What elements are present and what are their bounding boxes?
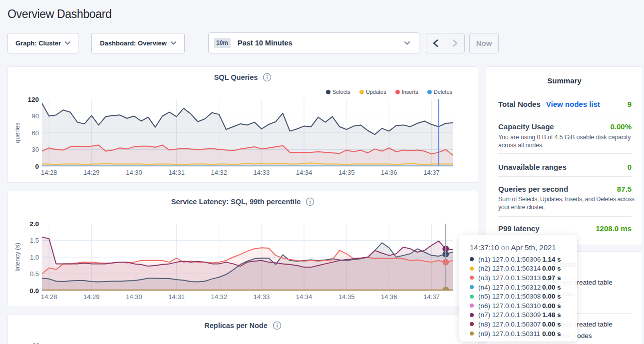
chevron-left-icon xyxy=(433,39,438,47)
tooltip-node-value: 1.14 s xyxy=(542,256,561,263)
x-tick-label: 14:34 xyxy=(296,293,313,301)
service-latency-chart-card: Service Latency: SQL, 99th percentile 0.… xyxy=(7,191,478,307)
y-tick-label: 90 xyxy=(32,112,39,120)
x-tick-label: 14:32 xyxy=(211,169,227,176)
y-tick-label: 120 xyxy=(27,96,39,103)
tooltip-node-value: 0.00 s xyxy=(542,293,561,300)
tooltip-node-label: (n2) 127.0.0.1:50314 xyxy=(478,265,542,272)
tooltip-node-value: 0.00 s xyxy=(542,302,561,310)
sql-queries-plot[interactable]: 030609012014:2814:2914:3014:3114:3214:33… xyxy=(8,67,478,182)
x-tick-label: 14:29 xyxy=(83,169,100,176)
summary-row-total-nodes: Total NodesView nodes list 9 xyxy=(498,100,632,109)
summary-panel-title: Summary xyxy=(486,76,643,85)
p99-latency-value: 1208.0 ms xyxy=(596,224,632,233)
tooltip-node-label: (n3) 127.0.0.1:50313 xyxy=(478,274,542,282)
queries-per-second-subtext: Sum of Selects, Updates, Inserts, and De… xyxy=(498,196,638,211)
tooltip-timestamp: 14:37:10 on Apr 5th, 2021 xyxy=(470,243,577,252)
chart-title-replicas-per-node: Replicas per Node xyxy=(204,322,268,330)
summary-row-capacity-usage: Capacity Usage 0.00% xyxy=(498,122,632,131)
graph-scope-dropdown[interactable]: Graph: Cluster xyxy=(7,33,78,53)
tooltip-node-value: 0.00 s xyxy=(542,284,561,291)
chevron-down-icon xyxy=(171,41,176,45)
tooltip-node-row: (n3) 127.0.0.1:503130.97 s xyxy=(470,273,577,283)
service-latency-plot[interactable]: 0.00.51.01.52.014:2814:2914:3014:3114:32… xyxy=(8,191,478,307)
x-tick-label: 14:36 xyxy=(381,169,397,176)
x-tick-label: 14:33 xyxy=(254,293,270,301)
tooltip-node-row: (n4) 127.0.0.1:503120.00 s xyxy=(470,283,577,292)
time-range-badge: 10m xyxy=(214,38,231,48)
tooltip-node-value: 0.00 s xyxy=(542,330,561,338)
node-dot-icon xyxy=(470,267,474,271)
y-axis-unit-label: latency (s) xyxy=(14,243,21,272)
tooltip-node-row: (n8) 127.0.0.1:503070.00 s xyxy=(470,320,577,329)
x-tick-label: 14:36 xyxy=(381,293,397,301)
y-tick-label: 1.5 xyxy=(30,237,39,244)
x-tick-label: 14:31 xyxy=(168,169,185,176)
summary-row-p99-latency: P99 latency 1208.0 ms xyxy=(498,224,632,233)
y-tick-label: 60 xyxy=(32,129,39,137)
dashboard-dropdown-label: Dashboard: Overview xyxy=(100,39,167,47)
node-dot-icon xyxy=(470,257,474,261)
x-tick-label: 14:28 xyxy=(41,293,57,301)
tooltip-node-value: 0.97 s xyxy=(542,274,561,282)
y-tick-label: 2.0 xyxy=(29,220,39,228)
tooltip-node-row: (n1) 127.0.0.1:503061.14 s xyxy=(470,255,577,264)
tooltip-node-value: 0.00 s xyxy=(542,321,561,328)
node-dot-icon xyxy=(470,285,474,289)
replicas-ymax-label: 60 xyxy=(30,342,39,344)
capacity-usage-value: 0.00% xyxy=(610,122,632,131)
view-nodes-list-link[interactable]: View nodes list xyxy=(546,100,600,108)
y-tick-label: 30 xyxy=(32,146,39,153)
node-dot-icon xyxy=(470,295,474,299)
tooltip-node-label: (n8) 127.0.0.1:50307 xyxy=(478,321,542,328)
chevron-right-icon xyxy=(452,39,458,47)
x-tick-label: 14:33 xyxy=(254,169,270,176)
summary-panel: Summary Total NodesView nodes list 9 Cap… xyxy=(486,66,643,245)
info-icon[interactable] xyxy=(273,321,282,330)
tooltip-node-label: (n4) 127.0.0.1:50312 xyxy=(478,284,542,291)
x-tick-label: 14:37 xyxy=(423,169,440,176)
node-dot-icon xyxy=(470,304,474,308)
replicas-per-node-chart-card: Replicas per Node xyxy=(7,315,478,344)
time-window-prev-button[interactable] xyxy=(426,33,445,53)
chevron-down-icon xyxy=(404,41,410,45)
x-tick-label: 14:29 xyxy=(83,293,100,301)
x-tick-label: 14:34 xyxy=(296,169,313,176)
tooltip-node-row: (n6) 127.0.0.1:503100.00 s xyxy=(470,301,577,311)
tooltip-node-row: (n9) 127.0.0.1:503110.00 s xyxy=(470,329,577,339)
y-tick-label: 0.5 xyxy=(30,270,39,278)
controls-divider xyxy=(197,33,197,53)
x-tick-label: 14:32 xyxy=(211,293,227,301)
dashboard-dropdown[interactable]: Dashboard: Overview xyxy=(91,33,185,53)
total-nodes-value: 9 xyxy=(628,100,632,108)
chevron-down-icon xyxy=(65,41,70,45)
node-dot-icon xyxy=(470,276,474,280)
tooltip-node-row: (n5) 127.0.0.1:503080.00 s xyxy=(470,292,577,301)
y-tick-label: 0 xyxy=(35,163,39,170)
y-axis-unit-label: queries xyxy=(14,123,21,143)
time-range-dropdown[interactable]: 10m Past 10 Minutes xyxy=(208,32,419,53)
overview-dashboard-page: Overview Dashboard Graph: Cluster Dashbo… xyxy=(0,0,644,344)
tooltip-node-label: (n9) 127.0.0.1:50311 xyxy=(478,330,542,338)
tooltip-node-value: 0.00 s xyxy=(542,265,561,272)
tooltip-node-value: 1.48 s xyxy=(542,311,561,319)
y-tick-label: 1.0 xyxy=(30,254,39,261)
node-dot-icon xyxy=(470,322,474,326)
sql-queries-chart-card: SQL Queries Selects Updates Inserts Dele… xyxy=(7,66,478,183)
time-window-next-button[interactable] xyxy=(445,33,464,53)
summary-row-queries-per-second: Queries per second 87.5 xyxy=(498,185,632,194)
time-range-label: Past 10 Minutes xyxy=(238,39,293,47)
node-dot-icon xyxy=(470,313,474,317)
tooltip-node-row: (n7) 127.0.0.1:503091.48 s xyxy=(470,311,577,320)
node-dot-icon xyxy=(470,332,474,336)
queries-per-second-value: 87.5 xyxy=(617,185,632,193)
tooltip-node-label: (n5) 127.0.0.1:50308 xyxy=(478,293,542,300)
x-tick-label: 14:35 xyxy=(338,169,355,176)
tooltip-node-row: (n2) 127.0.0.1:503140.00 s xyxy=(470,264,577,274)
now-button[interactable]: Now xyxy=(469,33,499,53)
time-window-arrows xyxy=(426,33,465,53)
tooltip-node-label: (n7) 127.0.0.1:50309 xyxy=(478,311,542,319)
summary-row-unavailable-ranges: Unavailable ranges 0 xyxy=(498,163,632,172)
capacity-usage-subtext: You are using 0 B of 4.5 GiB usable disk… xyxy=(498,134,638,149)
x-tick-label: 14:31 xyxy=(168,293,185,301)
